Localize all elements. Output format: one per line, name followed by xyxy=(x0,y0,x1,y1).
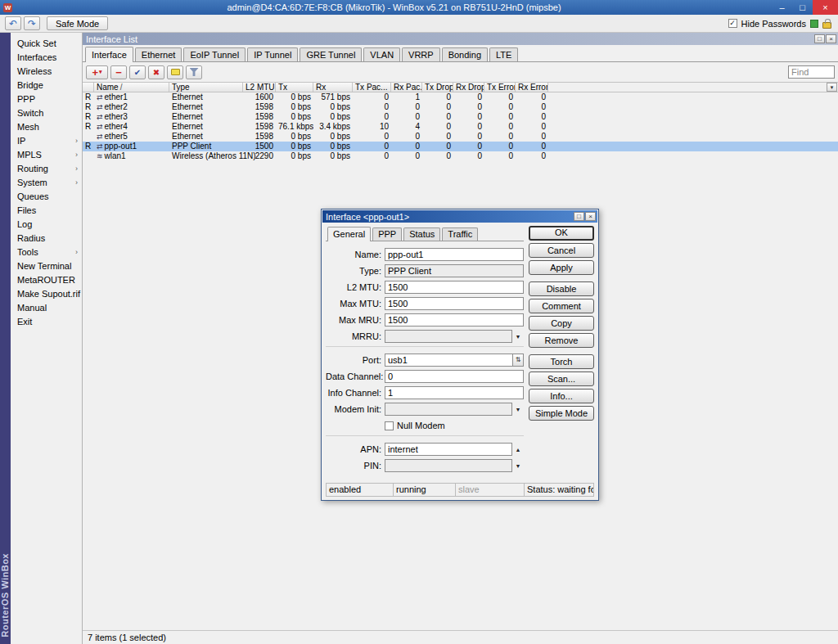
max-mru-field[interactable] xyxy=(385,313,524,327)
tab-vlan[interactable]: VLAN xyxy=(363,47,400,61)
close-window-button[interactable]: × xyxy=(826,34,836,43)
redo-button[interactable]: ↷ xyxy=(24,16,40,30)
max-mtu-field[interactable] xyxy=(385,297,524,310)
column-tx-drops[interactable]: Tx Drops xyxy=(422,83,453,92)
sidebar-item-ip[interactable]: IP› xyxy=(11,134,82,148)
table-row-ether5[interactable]: ⇄ether5 Ethernet 1598 0 bps 0 bps 0 0 0 … xyxy=(83,132,838,142)
remove-dialog-button[interactable]: Remove xyxy=(529,333,594,348)
remove-interface-button[interactable]: − xyxy=(110,65,127,79)
dialog-restore-button[interactable]: □ xyxy=(574,212,584,221)
dialog-close-button[interactable]: × xyxy=(585,212,596,221)
column-rx[interactable]: Rx xyxy=(313,83,353,92)
column-select-dropdown[interactable]: ▼ xyxy=(827,83,837,92)
sidebar-item-interfaces[interactable]: Interfaces xyxy=(11,51,82,65)
tab-ethernet[interactable]: Ethernet xyxy=(135,47,182,61)
apn-field[interactable] xyxy=(385,443,512,456)
tab-ip-tunnel[interactable]: IP Tunnel xyxy=(247,47,298,61)
sidebar-item-make-supout[interactable]: Make Supout.rif xyxy=(11,287,82,301)
l2mtu-field[interactable] xyxy=(385,281,524,294)
name-field[interactable] xyxy=(385,248,524,261)
table-row-ppp-out1-selected[interactable]: R ⇄ppp-out1 PPP Client 1500 0 bps 0 bps … xyxy=(83,142,838,151)
disable-interface-button[interactable]: Disable xyxy=(529,281,594,296)
apply-button[interactable]: Apply xyxy=(529,260,594,275)
column-flag[interactable] xyxy=(83,83,94,92)
info-channel-field[interactable] xyxy=(385,386,524,399)
column-rx-drops[interactable]: Rx Drops xyxy=(453,83,484,92)
apn-collapse-icon[interactable]: ▲ xyxy=(512,447,524,453)
comment-button[interactable] xyxy=(167,65,183,79)
sidebar-item-queues[interactable]: Queues xyxy=(11,190,82,204)
tab-gre-tunnel[interactable]: GRE Tunnel xyxy=(300,47,362,61)
column-l2mtu[interactable]: L2 MTU xyxy=(243,83,276,92)
dialog-tab-general[interactable]: General xyxy=(327,227,371,241)
maximize-button[interactable]: □ xyxy=(792,0,813,15)
torch-button[interactable]: Torch xyxy=(529,354,594,369)
data-channel-field[interactable] xyxy=(385,370,524,383)
safe-mode-button[interactable]: Safe Mode xyxy=(47,16,108,30)
hide-passwords-checkbox[interactable]: ✓ xyxy=(728,19,737,28)
mrru-dropdown-icon[interactable]: ▼ xyxy=(512,334,524,340)
sidebar-item-wireless[interactable]: Wireless xyxy=(11,65,82,79)
sidebar-item-files[interactable]: Files xyxy=(11,204,82,218)
port-field[interactable] xyxy=(385,354,513,367)
ok-button[interactable]: OK xyxy=(529,226,594,241)
add-interface-button[interactable]: +▾ xyxy=(86,65,108,79)
scan-button[interactable]: Scan... xyxy=(529,372,594,386)
table-row-ether4[interactable]: R ⇄ether4 Ethernet 1598 76.1 kbps 3.4 kb… xyxy=(83,122,838,132)
tab-interface[interactable]: Interface xyxy=(85,47,133,62)
tab-lte[interactable]: LTE xyxy=(489,47,518,61)
column-tx-errors[interactable]: Tx Errors xyxy=(484,83,516,92)
sidebar-item-radius[interactable]: Radius xyxy=(11,232,82,245)
copy-button[interactable]: Copy xyxy=(529,316,594,331)
minimize-button[interactable]: – xyxy=(772,0,792,15)
filter-button[interactable] xyxy=(186,65,202,79)
sidebar-item-quick-set[interactable]: Quick Set xyxy=(11,37,82,51)
sidebar-item-system[interactable]: System› xyxy=(11,176,82,190)
sidebar-item-exit[interactable]: Exit xyxy=(11,315,82,329)
dialog-tab-traffic[interactable]: Traffic xyxy=(442,227,478,241)
sidebar-item-routing[interactable]: Routing› xyxy=(11,162,82,176)
column-tx[interactable]: Tx xyxy=(276,83,313,92)
column-name[interactable]: Name/ xyxy=(94,83,169,92)
sidebar-item-metarouter[interactable]: MetaROUTER xyxy=(11,273,82,287)
close-button[interactable]: × xyxy=(813,0,838,15)
column-tx-packet[interactable]: Tx Pac... xyxy=(353,83,391,92)
modem-init-dropdown-icon[interactable]: ▼ xyxy=(512,407,524,412)
info-button[interactable]: Info... xyxy=(529,389,594,403)
sidebar-item-ppp[interactable]: PPP xyxy=(11,92,82,106)
cancel-button[interactable]: Cancel xyxy=(529,243,594,258)
sidebar-item-manual[interactable]: Manual xyxy=(11,301,82,315)
sidebar-item-log[interactable]: Log xyxy=(11,218,82,232)
sidebar-item-mpls[interactable]: MPLS› xyxy=(11,148,82,162)
pin-field[interactable] xyxy=(385,459,512,472)
column-rx-packet[interactable]: Rx Pac... xyxy=(391,83,422,92)
enable-button[interactable]: ✔ xyxy=(129,65,146,79)
port-updown-icon[interactable]: ⇅ xyxy=(513,354,524,367)
column-rx-errors[interactable]: Rx Errors xyxy=(516,83,548,92)
restore-button[interactable]: □ xyxy=(814,34,825,43)
modem-init-field[interactable] xyxy=(385,403,512,416)
sidebar-item-mesh[interactable]: Mesh xyxy=(11,120,82,134)
undo-button[interactable]: ↶ xyxy=(5,16,21,30)
find-input[interactable] xyxy=(788,65,835,79)
tab-bonding[interactable]: Bonding xyxy=(442,47,488,61)
pin-dropdown-icon[interactable]: ▼ xyxy=(512,463,524,469)
sidebar-item-new-terminal[interactable]: New Terminal xyxy=(11,259,82,273)
tab-eoip-tunnel[interactable]: EoIP Tunnel xyxy=(183,47,246,61)
column-type[interactable]: Type xyxy=(169,83,243,92)
simple-mode-button[interactable]: Simple Mode xyxy=(529,406,594,421)
table-row-ether3[interactable]: R ⇄ether3 Ethernet 1598 0 bps 0 bps 0 0 … xyxy=(83,112,838,122)
disable-button[interactable]: ✖ xyxy=(148,65,164,79)
table-row-wlan1[interactable]: ≋wlan1 Wireless (Atheros 11N) 2290 0 bps… xyxy=(83,151,838,161)
null-modem-checkbox[interactable] xyxy=(385,421,394,430)
sidebar-item-tools[interactable]: Tools› xyxy=(11,245,82,259)
sidebar-item-bridge[interactable]: Bridge xyxy=(11,79,82,92)
comment-dialog-button[interactable]: Comment xyxy=(529,299,594,313)
sidebar-item-switch[interactable]: Switch xyxy=(11,106,82,120)
dialog-tab-ppp[interactable]: PPP xyxy=(372,227,402,241)
table-row-ether1[interactable]: R ⇄ether1 Ethernet 1600 0 bps 571 bps 0 … xyxy=(83,92,838,102)
table-row-ether2[interactable]: R ⇄ether2 Ethernet 1598 0 bps 0 bps 0 0 … xyxy=(83,102,838,112)
dialog-tab-status[interactable]: Status xyxy=(403,227,440,241)
mrru-field[interactable] xyxy=(385,330,512,343)
tab-vrrp[interactable]: VRRP xyxy=(402,47,440,61)
